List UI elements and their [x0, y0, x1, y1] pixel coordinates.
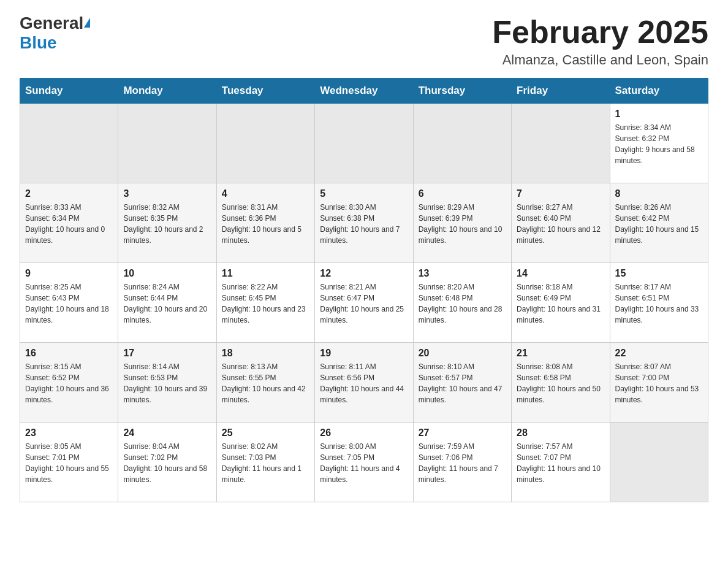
day-info: Sunrise: 8:34 AM Sunset: 6:32 PM Dayligh… [615, 122, 703, 166]
day-number: 3 [123, 188, 211, 199]
calendar-cell: 13Sunrise: 8:20 AM Sunset: 6:48 PM Dayli… [413, 263, 511, 343]
day-number: 21 [517, 348, 604, 359]
calendar-cell: 16Sunrise: 8:15 AM Sunset: 6:52 PM Dayli… [20, 343, 118, 423]
calendar-cell: 26Sunrise: 8:00 AM Sunset: 7:05 PM Dayli… [315, 423, 413, 502]
calendar-cell: 17Sunrise: 8:14 AM Sunset: 6:53 PM Dayli… [118, 343, 216, 423]
calendar-cell: 18Sunrise: 8:13 AM Sunset: 6:55 PM Dayli… [216, 343, 314, 423]
day-number: 24 [123, 427, 211, 439]
day-number: 17 [123, 348, 211, 359]
day-info: Sunrise: 7:59 AM Sunset: 7:06 PM Dayligh… [419, 441, 506, 485]
day-number: 15 [615, 268, 703, 279]
calendar-week-row: 9Sunrise: 8:25 AM Sunset: 6:43 PM Daylig… [20, 263, 708, 343]
logo-blue: Blue [20, 33, 57, 53]
day-number: 8 [615, 188, 703, 199]
logo-general: General [20, 15, 83, 32]
calendar-cell: 4Sunrise: 8:31 AM Sunset: 6:36 PM Daylig… [216, 183, 314, 263]
calendar-cell: 2Sunrise: 8:33 AM Sunset: 6:34 PM Daylig… [20, 183, 118, 263]
day-info: Sunrise: 8:18 AM Sunset: 6:49 PM Dayligh… [517, 282, 604, 326]
calendar-cell: 19Sunrise: 8:11 AM Sunset: 6:56 PM Dayli… [315, 343, 413, 423]
calendar-cell: 28Sunrise: 7:57 AM Sunset: 7:07 PM Dayli… [512, 423, 610, 502]
day-info: Sunrise: 8:00 AM Sunset: 7:05 PM Dayligh… [320, 441, 408, 485]
day-info: Sunrise: 8:05 AM Sunset: 7:01 PM Dayligh… [25, 441, 113, 485]
day-number: 23 [25, 427, 113, 439]
day-number: 20 [419, 348, 506, 359]
calendar-week-row: 2Sunrise: 8:33 AM Sunset: 6:34 PM Daylig… [20, 183, 708, 263]
calendar-header-row: SundayMondayTuesdayWednesdayThursdayFrid… [20, 79, 708, 104]
day-info: Sunrise: 8:14 AM Sunset: 6:53 PM Dayligh… [123, 361, 211, 405]
calendar-cell [610, 423, 708, 502]
calendar-week-row: 23Sunrise: 8:05 AM Sunset: 7:01 PM Dayli… [20, 423, 708, 502]
day-info: Sunrise: 8:24 AM Sunset: 6:44 PM Dayligh… [123, 282, 211, 326]
day-number: 18 [222, 348, 309, 359]
calendar-cell: 27Sunrise: 7:59 AM Sunset: 7:06 PM Dayli… [413, 423, 511, 502]
calendar-header-monday: Monday [118, 79, 216, 104]
day-info: Sunrise: 8:08 AM Sunset: 6:58 PM Dayligh… [517, 361, 604, 405]
day-info: Sunrise: 8:13 AM Sunset: 6:55 PM Dayligh… [222, 361, 309, 405]
calendar-header-wednesday: Wednesday [315, 79, 413, 104]
title-section: February 2025 Almanza, Castille and Leon… [492, 15, 708, 68]
calendar-cell: 3Sunrise: 8:32 AM Sunset: 6:35 PM Daylig… [118, 183, 216, 263]
day-number: 22 [615, 348, 703, 359]
calendar-cell: 9Sunrise: 8:25 AM Sunset: 6:43 PM Daylig… [20, 263, 118, 343]
day-number: 4 [222, 188, 309, 199]
day-info: Sunrise: 8:11 AM Sunset: 6:56 PM Dayligh… [320, 361, 408, 405]
calendar-cell [512, 104, 610, 183]
calendar-cell: 20Sunrise: 8:10 AM Sunset: 6:57 PM Dayli… [413, 343, 511, 423]
day-number: 25 [222, 427, 309, 439]
calendar-cell: 10Sunrise: 8:24 AM Sunset: 6:44 PM Dayli… [118, 263, 216, 343]
calendar-week-row: 16Sunrise: 8:15 AM Sunset: 6:52 PM Dayli… [20, 343, 708, 423]
day-info: Sunrise: 8:26 AM Sunset: 6:42 PM Dayligh… [615, 202, 703, 246]
calendar-cell: 14Sunrise: 8:18 AM Sunset: 6:49 PM Dayli… [512, 263, 610, 343]
day-info: Sunrise: 8:25 AM Sunset: 6:43 PM Dayligh… [25, 282, 113, 326]
calendar-cell: 25Sunrise: 8:02 AM Sunset: 7:03 PM Dayli… [216, 423, 314, 502]
day-info: Sunrise: 8:33 AM Sunset: 6:34 PM Dayligh… [25, 202, 113, 246]
day-number: 6 [419, 188, 506, 199]
calendar-cell: 1Sunrise: 8:34 AM Sunset: 6:32 PM Daylig… [610, 104, 708, 183]
calendar-header-saturday: Saturday [610, 79, 708, 104]
calendar-cell [216, 104, 314, 183]
calendar-cell [20, 104, 118, 183]
calendar-cell: 5Sunrise: 8:30 AM Sunset: 6:38 PM Daylig… [315, 183, 413, 263]
calendar-header-thursday: Thursday [413, 79, 511, 104]
day-number: 13 [419, 268, 506, 279]
day-number: 10 [123, 268, 211, 279]
day-info: Sunrise: 7:57 AM Sunset: 7:07 PM Dayligh… [517, 441, 604, 485]
day-number: 19 [320, 348, 408, 359]
calendar-header-sunday: Sunday [20, 79, 118, 104]
calendar-table: SundayMondayTuesdayWednesdayThursdayFrid… [20, 78, 708, 502]
day-number: 2 [25, 188, 113, 199]
day-info: Sunrise: 8:30 AM Sunset: 6:38 PM Dayligh… [320, 202, 408, 246]
calendar-cell [315, 104, 413, 183]
calendar-cell: 11Sunrise: 8:22 AM Sunset: 6:45 PM Dayli… [216, 263, 314, 343]
calendar-cell: 12Sunrise: 8:21 AM Sunset: 6:47 PM Dayli… [315, 263, 413, 343]
calendar-header-tuesday: Tuesday [216, 79, 314, 104]
day-number: 14 [517, 268, 604, 279]
day-number: 1 [615, 109, 703, 120]
page-header: General Blue February 2025 Almanza, Cast… [20, 15, 708, 68]
day-number: 28 [517, 427, 604, 439]
day-info: Sunrise: 8:04 AM Sunset: 7:02 PM Dayligh… [123, 441, 211, 485]
day-info: Sunrise: 8:27 AM Sunset: 6:40 PM Dayligh… [517, 202, 604, 246]
calendar-header-friday: Friday [512, 79, 610, 104]
calendar-cell: 15Sunrise: 8:17 AM Sunset: 6:51 PM Dayli… [610, 263, 708, 343]
calendar-cell [118, 104, 216, 183]
day-info: Sunrise: 8:20 AM Sunset: 6:48 PM Dayligh… [419, 282, 506, 326]
day-info: Sunrise: 8:02 AM Sunset: 7:03 PM Dayligh… [222, 441, 309, 485]
day-info: Sunrise: 8:10 AM Sunset: 6:57 PM Dayligh… [419, 361, 506, 405]
calendar-week-row: 1Sunrise: 8:34 AM Sunset: 6:32 PM Daylig… [20, 104, 708, 183]
day-number: 11 [222, 268, 309, 279]
calendar-cell: 22Sunrise: 8:07 AM Sunset: 7:00 PM Dayli… [610, 343, 708, 423]
day-info: Sunrise: 8:17 AM Sunset: 6:51 PM Dayligh… [615, 282, 703, 326]
day-info: Sunrise: 8:07 AM Sunset: 7:00 PM Dayligh… [615, 361, 703, 405]
logo-triangle-icon [84, 18, 90, 28]
calendar-cell: 21Sunrise: 8:08 AM Sunset: 6:58 PM Dayli… [512, 343, 610, 423]
day-number: 26 [320, 427, 408, 439]
day-info: Sunrise: 8:31 AM Sunset: 6:36 PM Dayligh… [222, 202, 309, 246]
day-info: Sunrise: 8:29 AM Sunset: 6:39 PM Dayligh… [419, 202, 506, 246]
day-number: 9 [25, 268, 113, 279]
day-number: 7 [517, 188, 604, 199]
location-title: Almanza, Castille and Leon, Spain [492, 52, 708, 68]
calendar-cell: 8Sunrise: 8:26 AM Sunset: 6:42 PM Daylig… [610, 183, 708, 263]
day-info: Sunrise: 8:21 AM Sunset: 6:47 PM Dayligh… [320, 282, 408, 326]
day-info: Sunrise: 8:22 AM Sunset: 6:45 PM Dayligh… [222, 282, 309, 326]
